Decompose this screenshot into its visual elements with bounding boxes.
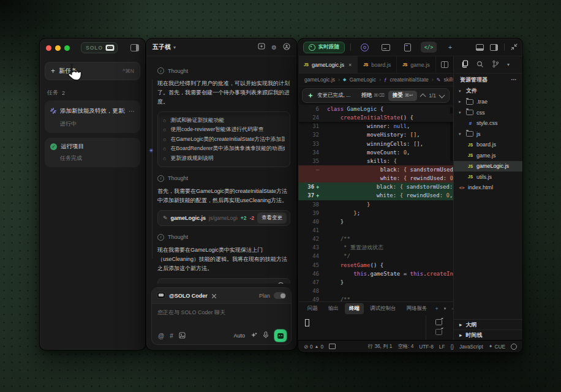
- close-window-button[interactable]: [46, 45, 51, 51]
- collapse-window-icon[interactable]: [511, 42, 518, 53]
- view-changes-button[interactable]: 查看变更: [257, 213, 287, 224]
- close-tab-icon[interactable]: ×: [348, 62, 352, 68]
- collapse-panel-icon[interactable]: [130, 44, 139, 51]
- split-terminal-icon[interactable]: [435, 319, 442, 325]
- account-icon[interactable]: [283, 42, 290, 53]
- tree-label: 文件: [466, 87, 477, 95]
- js-file-icon: JS: [304, 62, 309, 67]
- breadcrumb-class[interactable]: GameLogic: [349, 77, 375, 83]
- cursor-position[interactable]: 行 36, 列 1: [368, 343, 393, 350]
- todo-list-card[interactable]: ○ 测试和验证新技能功能 ○ 使用code-reviewer智能体进行代码审查 …: [157, 111, 290, 167]
- tree-file-utils-js[interactable]: JS utils.js: [454, 172, 522, 183]
- sparkle-icon: [307, 90, 314, 101]
- toggle-right-panel-icon[interactable]: [490, 44, 498, 51]
- file-editing-chip[interactable]: ✎ gameLogic.js js/gameLogic.js: [157, 278, 290, 284]
- source-control-branch-icon[interactable]: [492, 59, 499, 70]
- new-chat-icon[interactable]: [258, 42, 265, 53]
- tree-file-gamelogic-js[interactable]: JS gameLogic.js: [454, 161, 522, 172]
- tree-file-game-js[interactable]: JS game.js: [454, 150, 522, 161]
- chevron-down-icon[interactable]: ▾: [507, 62, 510, 67]
- panel-tab-debug[interactable]: 调试控制台: [366, 303, 401, 314]
- panel-tab-problems[interactable]: 问题: [303, 303, 322, 314]
- indentation-setting[interactable]: 空格: 4: [397, 343, 413, 350]
- tree-folder-trae[interactable]: ▸ .trae: [454, 97, 522, 108]
- panel-tab-terminal[interactable]: 终端: [345, 303, 364, 314]
- microphone-icon[interactable]: [263, 330, 269, 341]
- timeline-section[interactable]: ▸ 时间线: [454, 330, 522, 340]
- language-mode[interactable]: JavaScript: [459, 344, 483, 350]
- added-line-plus: +: [316, 193, 319, 198]
- code-line: 45 resetGame() {: [298, 261, 453, 270]
- accept-changes-button[interactable]: 接受⌘↩: [388, 91, 417, 101]
- task-status: 任务完成: [60, 154, 135, 162]
- solo-mode-badge[interactable]: SOLO: [81, 42, 118, 53]
- notifications-icon[interactable]: [511, 344, 517, 350]
- terminal-dropdown-icon[interactable]: ▾: [442, 306, 448, 311]
- new-task-button[interactable]: + 新任务 ^⌘N: [45, 62, 140, 80]
- tree-section-files[interactable]: ▾ 文件: [454, 86, 522, 97]
- chat-input-card[interactable]: @SOLO Coder Plan @ # Auto: [151, 287, 292, 345]
- tree-file-board-js[interactable]: JS board.js: [454, 140, 522, 151]
- breadcrumb-method[interactable]: createInitialState: [390, 77, 428, 83]
- agent-view-icon[interactable]: [356, 42, 372, 53]
- minimize-window-button[interactable]: [55, 45, 61, 51]
- new-terminal-icon[interactable]: +: [434, 306, 440, 312]
- tree-folder-css[interactable]: ▾ css: [454, 107, 522, 118]
- next-change-icon[interactable]: [439, 92, 445, 98]
- sparkle-icon[interactable]: [250, 330, 257, 341]
- task-item-running[interactable]: 添加新技能及特效，更新游... ⋯ 进行中: [45, 100, 140, 133]
- tree-file-index-html[interactable]: <> index.html: [454, 183, 522, 194]
- breadcrumb[interactable]: gameLogic.js › ◆ GameLogic › ƒ createIni…: [298, 74, 453, 86]
- app-preview-icon[interactable]: [378, 42, 394, 53]
- chat-title[interactable]: 五子棋: [152, 43, 171, 51]
- breadcrumb-file[interactable]: gameLogic.js: [304, 77, 335, 83]
- file-change-chip[interactable]: ✎ gameLogic.js js/gameLogic.js +2 -2 查看变…: [157, 210, 290, 226]
- eol-setting[interactable]: LF: [439, 344, 445, 350]
- scissors-icon[interactable]: [211, 290, 217, 301]
- code-line: 47 }: [298, 278, 453, 287]
- search-icon[interactable]: [476, 59, 484, 70]
- tree-folder-js[interactable]: ▾ js: [454, 129, 522, 140]
- live-follow-button[interactable]: 实时跟随: [303, 42, 345, 53]
- panel-tab-network[interactable]: 网络服务: [402, 303, 432, 314]
- problems-status[interactable]: ⊘ 0 ▲ 0: [304, 344, 323, 350]
- chevron-down-icon[interactable]: ▾: [173, 45, 176, 50]
- attach-image-icon[interactable]: [179, 330, 186, 341]
- tab-board[interactable]: JS board.js: [358, 56, 397, 73]
- encoding[interactable]: UTF-8: [419, 344, 434, 350]
- remote-screen-icon[interactable]: [329, 344, 336, 349]
- terminal-area[interactable]: [298, 315, 453, 340]
- plan-toggle[interactable]: [274, 292, 286, 299]
- model-auto-label[interactable]: Auto: [233, 333, 245, 339]
- task-menu-icon[interactable]: ⋯: [129, 108, 135, 115]
- explorer-more-icon[interactable]: ⋯: [511, 77, 516, 83]
- breadcrumb-property[interactable]: skills: [443, 77, 453, 83]
- tree-label: game.js: [476, 153, 496, 159]
- toggle-bottom-panel-icon[interactable]: [476, 44, 484, 51]
- document-view-icon[interactable]: [399, 42, 415, 53]
- tab-game[interactable]: JS game.js: [397, 56, 435, 73]
- mention-at-icon[interactable]: @: [158, 333, 164, 339]
- terminal-action-icon[interactable]: [435, 329, 442, 335]
- context-hash-icon[interactable]: #: [170, 333, 173, 339]
- settings-gear-icon[interactable]: ⚙: [271, 44, 277, 51]
- send-button[interactable]: [274, 330, 287, 342]
- tree-file-style-css[interactable]: # style.css: [454, 118, 522, 129]
- add-view-icon[interactable]: +: [442, 42, 458, 53]
- split-editor-icon[interactable]: [441, 61, 448, 68]
- previous-change-icon[interactable]: [420, 94, 426, 100]
- code-view-icon[interactable]: </>: [421, 42, 437, 53]
- files-icon[interactable]: [461, 59, 469, 70]
- chat-input-field[interactable]: [152, 304, 285, 325]
- agent-mention[interactable]: @SOLO Coder: [169, 293, 208, 299]
- outline-section[interactable]: ▸ 大纲: [454, 320, 522, 330]
- cue-feature[interactable]: ✦ CUE: [489, 344, 505, 350]
- task-item-done[interactable]: ✓ 运行项目 任务完成: [45, 138, 140, 167]
- panel-tab-output[interactable]: 输出: [324, 303, 343, 314]
- code-editor[interactable]: 6class GameLogic {24 createInitialState(…: [298, 105, 453, 301]
- reject-changes-button[interactable]: 拒绝⌘⌫: [361, 92, 385, 99]
- tab-gamelogic[interactable]: JS gameLogic.js ×: [298, 56, 358, 73]
- chat-message-area[interactable]: ✳ i Thought 现在我已经得到了用户的批准，可以开始实现我的计划了。首先…: [146, 56, 296, 284]
- zoom-window-button[interactable]: [64, 45, 70, 51]
- breadcrumb-separator: ›: [432, 77, 434, 83]
